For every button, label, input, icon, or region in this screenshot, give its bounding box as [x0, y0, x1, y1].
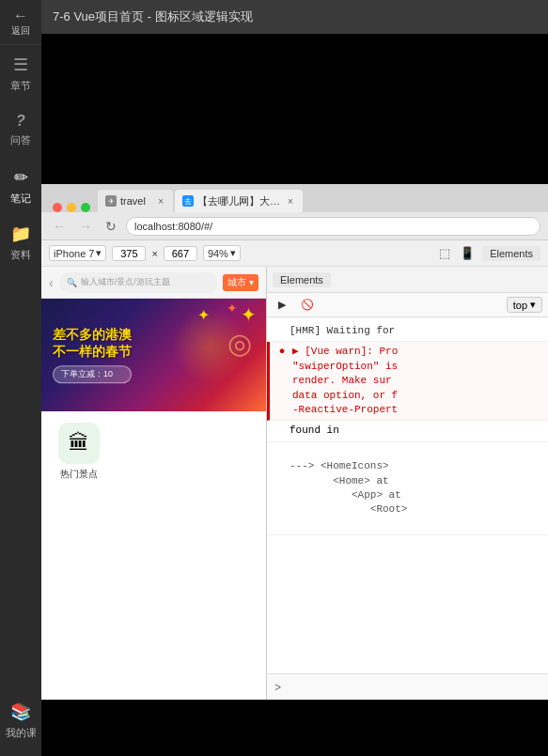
devtools-device-icon[interactable]: 📱	[458, 244, 477, 262]
console-entry-found: found in	[267, 421, 548, 441]
resources-label: 资料	[10, 248, 31, 262]
mobile-viewport: ‹ 🔍 输入城市/景点/游玩主题 城市 ▾ ✦ ✦	[41, 267, 267, 700]
url-input[interactable]: localhost:8080/#/	[126, 217, 540, 236]
title-bar: 7-6 Vue项目首页 - 图标区域逻辑实现	[41, 0, 548, 34]
fireworks-decoration-2: ✦	[227, 301, 238, 316]
questions-icon: ?	[16, 113, 25, 130]
video-area	[41, 34, 548, 184]
banner-text-area: 差不多的港澳 不一样的春节 下单立减：10	[53, 326, 132, 383]
traffic-light-red[interactable]	[53, 203, 62, 212]
url-text: localhost:8080/#/	[134, 221, 212, 232]
traffic-lights	[47, 203, 96, 212]
banner-title-line1: 差不多的港澳	[53, 326, 132, 343]
browser-tab-travel[interactable]: ✈ travel ×	[98, 190, 173, 212]
bottom-black-area	[41, 700, 548, 756]
hot-spots-label: 热门景点	[60, 468, 98, 481]
browser-url-bar: ← → ↻ localhost:8080/#/	[41, 212, 548, 240]
mobile-banner: ✦ ✦ ✦ ◎ 差不多的港澳 不一样的春节 下单立减：10	[41, 299, 266, 411]
browser-tab-bar: ✈ travel × 去 【去哪儿网】大连景点门票-高... ×	[41, 184, 548, 212]
banner-discount-btn[interactable]: 下单立减：10	[53, 366, 132, 384]
sidebar-item-resources[interactable]: 📁 资料	[0, 214, 41, 270]
console-found-text: found in	[290, 424, 542, 438]
globe-decoration: ◎	[227, 327, 252, 360]
traffic-light-yellow[interactable]	[67, 203, 76, 212]
console-stack-text: ---> <HomeIcons> <Home> at <App> at <Roo…	[290, 445, 542, 532]
sidebar-item-notes[interactable]: ✏ 笔记	[0, 158, 41, 214]
resources-icon: 📁	[10, 224, 31, 244]
banner-title-line2: 不一样的春节	[53, 344, 132, 361]
mobile-icons-area: 🏛 热门景点	[41, 411, 266, 700]
console-vue-warn-text: ▶ [Vue warn]: Pro "swiperOption" is rend…	[292, 345, 542, 417]
devtools-play-btn[interactable]: ▶	[273, 298, 291, 312]
top-selector-dropdown-icon: ▾	[530, 299, 536, 311]
forward-nav-button[interactable]: →	[75, 217, 96, 236]
browser-window: ✈ travel × 去 【去哪儿网】大连景点门票-高... × ← → ↻ l…	[41, 184, 548, 700]
device-selector[interactable]: iPhone 7 ▾	[49, 245, 106, 261]
questions-label: 问答	[10, 133, 31, 147]
console-input-arrow: >	[274, 681, 281, 694]
device-dropdown-icon: ▾	[96, 247, 102, 259]
city-dropdown-icon: ▾	[249, 277, 254, 287]
hot-spots-icon: 🏛	[58, 423, 100, 464]
mobile-search-input[interactable]: 🔍 输入城市/景点/游玩主题	[59, 272, 218, 293]
error-icon: ●	[275, 345, 289, 359]
chapters-label: 章节	[10, 79, 31, 93]
dimension-separator: ×	[151, 248, 157, 259]
console-hmr-text: [HMR] Waiting for	[290, 324, 542, 338]
zoom-selector[interactable]: 94% ▾	[203, 245, 241, 261]
back-nav-button[interactable]: ←	[49, 217, 70, 236]
mobile-search-bar: ‹ 🔍 输入城市/景点/游玩主题 城市 ▾	[41, 267, 266, 299]
tab-qunaer-label: 【去哪儿网】大连景点门票-高...	[197, 194, 282, 208]
devtools-console: [HMR] Waiting for ● ▶ [Vue warn]: Pro "s…	[267, 317, 548, 673]
back-arrow-icon: ←	[13, 8, 28, 24]
devtools-top-selector[interactable]: top ▾	[507, 297, 542, 313]
tab-qunaer-close[interactable]: ×	[286, 196, 295, 207]
devtools-inspect-icon[interactable]: ⬚	[437, 244, 452, 262]
browser-tab-qunaer[interactable]: 去 【去哪儿网】大连景点门票-高... ×	[175, 190, 303, 212]
sidebar-item-my-courses[interactable]: 📚 我的课	[0, 692, 41, 748]
back-button[interactable]: ← 返回	[0, 0, 41, 45]
elements-tab-button[interactable]: Elements	[482, 246, 540, 261]
zoom-label: 94%	[208, 248, 228, 259]
vue-warn-expand[interactable]: ▶	[292, 346, 299, 357]
notes-label: 笔记	[10, 192, 31, 206]
chapters-icon: ☰	[13, 54, 28, 75]
height-input[interactable]	[164, 246, 197, 261]
console-entry-hmr: [HMR] Waiting for	[267, 321, 548, 342]
top-selector-label: top	[513, 300, 527, 311]
devtools-subtoolbar: ▶ 🚫 top ▾	[267, 293, 548, 317]
devtools-panel: Elements ▶ 🚫 top ▾ [HMR] Waiting for	[267, 267, 548, 700]
console-footer: >	[267, 673, 548, 700]
devtools-stop-btn[interactable]: 🚫	[295, 298, 320, 312]
console-entry-vue-warn: ● ▶ [Vue warn]: Pro "swiperOption" is re…	[267, 342, 548, 421]
my-courses-icon: 📚	[10, 702, 31, 722]
tab-travel-label: travel	[120, 195, 146, 207]
search-placeholder: 输入城市/景点/游玩主题	[81, 276, 170, 288]
search-icon: 🔍	[67, 278, 77, 287]
devtools-elements-tab[interactable]: Elements	[273, 272, 331, 287]
devtools-icons: ⬚ 📱 Elements	[437, 244, 540, 262]
notes-icon: ✏	[14, 167, 28, 188]
hot-spots-icon-item[interactable]: 🏛 热门景点	[53, 423, 105, 481]
qunaer-favicon: 去	[182, 195, 194, 207]
traffic-light-green[interactable]	[81, 203, 90, 212]
mobile-back-icon[interactable]: ‹	[49, 275, 54, 290]
travel-favicon: ✈	[105, 195, 117, 207]
reload-nav-button[interactable]: ↻	[102, 217, 120, 236]
browser-chrome: ✈ travel × 去 【去哪儿网】大连景点门票-高... × ← → ↻ l…	[41, 184, 548, 267]
sidebar: ← 返回 ☰ 章节 ? 问答 ✏ 笔记 📁 资料 📚 我的课	[0, 0, 41, 756]
devtools-toolbar: Elements	[267, 267, 548, 293]
my-courses-label: 我的课	[6, 726, 37, 740]
width-input[interactable]	[112, 246, 146, 261]
city-btn-label: 城市	[227, 277, 246, 287]
browser-device-bar: iPhone 7 ▾ × 94% ▾ ⬚ 📱 Elements	[41, 240, 548, 267]
mobile-city-button[interactable]: 城市 ▾	[223, 274, 258, 291]
sidebar-item-questions[interactable]: ? 问答	[0, 101, 41, 158]
fireworks-decoration-3: ✦	[197, 306, 210, 324]
browser-split: ‹ 🔍 输入城市/景点/游玩主题 城市 ▾ ✦ ✦	[41, 267, 548, 700]
fireworks-decoration: ✦	[241, 303, 257, 326]
page-title: 7-6 Vue项目首页 - 图标区域逻辑实现	[53, 8, 253, 25]
sidebar-item-chapters[interactable]: ☰ 章节	[0, 45, 41, 101]
zoom-dropdown-icon: ▾	[230, 247, 236, 259]
tab-travel-close[interactable]: ×	[156, 196, 165, 207]
